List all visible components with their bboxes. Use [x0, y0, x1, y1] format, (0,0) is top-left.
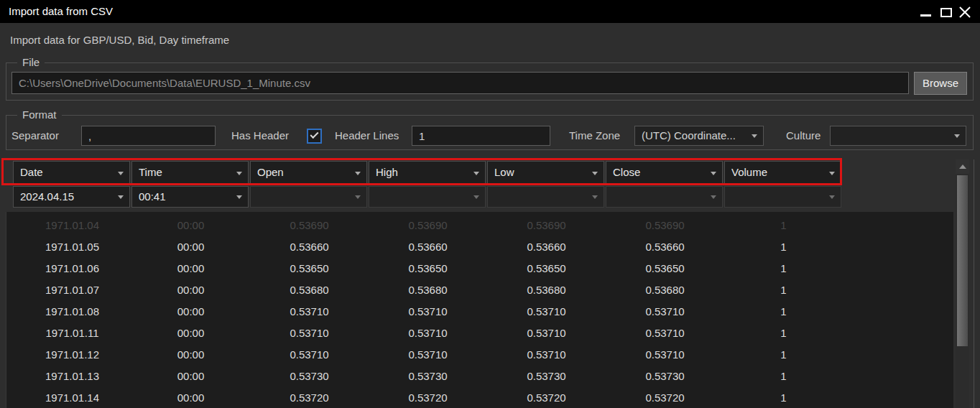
chevron-down-icon	[711, 172, 716, 175]
sample-select-open[interactable]	[250, 186, 367, 208]
table-row: 1971.01.0400:000.536900.536900.536900.53…	[6, 215, 953, 236]
cell-volume: 1	[725, 387, 842, 408]
file-groupbox-legend: File	[17, 56, 45, 68]
sample-select-value	[613, 187, 706, 207]
chevron-down-icon	[355, 172, 361, 175]
cell-date: 1971.01.07	[14, 279, 131, 301]
cell-volume: 1	[725, 236, 842, 258]
column-select-value: High	[376, 162, 469, 184]
sample-select-date[interactable]: 2024.04.15	[13, 186, 130, 208]
sample-select-time[interactable]: 00:41	[131, 186, 249, 208]
cell-volume: 1	[725, 366, 842, 387]
cell-open: 0.53660	[251, 236, 368, 258]
cell-high: 0.53710	[369, 323, 486, 344]
cell-time: 00:00	[132, 236, 249, 258]
culture-value	[837, 126, 950, 145]
culture-label: Culture	[786, 126, 820, 146]
cell-volume: 1	[725, 344, 842, 366]
close-icon	[958, 6, 971, 19]
column-select-value: Open	[257, 162, 351, 184]
sample-select-high[interactable]	[369, 186, 486, 208]
table-row: 1971.01.0800:000.537100.537100.537100.53…	[6, 301, 953, 323]
sample-select-volume[interactable]	[724, 186, 841, 208]
cell-low: 0.53730	[488, 366, 605, 387]
chevron-up-icon	[959, 164, 966, 169]
vertical-scrollbar[interactable]	[956, 159, 969, 408]
cell-close: 0.53710	[606, 323, 724, 344]
cell-date: 1971.01.11	[14, 323, 131, 344]
column-select-high[interactable]: High	[369, 161, 486, 185]
cell-date: 1971.01.06	[14, 258, 131, 279]
cell-date: 1971.01.12	[14, 344, 131, 366]
scroll-up-button[interactable]	[956, 159, 969, 174]
column-select-close[interactable]: Close	[606, 161, 723, 185]
header-lines-input[interactable]	[412, 126, 550, 146]
close-button[interactable]	[956, 0, 974, 22]
cell-volume: 1	[725, 258, 842, 279]
scrollbar-thumb[interactable]	[957, 175, 968, 346]
cell-open: 0.53720	[251, 387, 368, 408]
cell-volume: 1	[725, 279, 842, 301]
culture-select[interactable]	[830, 126, 966, 146]
cell-time: 00:00	[132, 323, 249, 344]
cell-time: 00:00	[132, 279, 249, 301]
import-csv-dialog: Import data from CSV Import data for GBP…	[0, 0, 980, 408]
cell-time: 00:00	[132, 344, 249, 366]
cell-high: 0.53650	[369, 258, 486, 279]
column-select-value: Close	[613, 162, 706, 184]
table-row: 1971.01.1300:000.537300.537300.537300.53…	[6, 366, 953, 387]
cell-open: 0.53680	[251, 279, 368, 301]
cell-high: 0.53680	[369, 279, 486, 301]
header-lines-label: Header Lines	[335, 126, 399, 146]
sample-select-low[interactable]	[487, 186, 604, 208]
column-select-open[interactable]: Open	[250, 161, 367, 185]
chevron-down-icon	[236, 195, 242, 199]
cell-close: 0.53730	[606, 366, 724, 387]
sample-select-close[interactable]	[606, 186, 723, 208]
cell-close: 0.53720	[606, 387, 724, 408]
column-select-value: Time	[139, 162, 232, 184]
sample-select-value: 2024.04.15	[20, 187, 114, 207]
check-icon	[310, 130, 318, 139]
column-select-value: Date	[20, 162, 114, 184]
chevron-down-icon	[592, 172, 598, 175]
cell-open: 0.53710	[251, 344, 368, 366]
separator-input[interactable]	[81, 126, 216, 146]
browse-button[interactable]: Browse	[914, 72, 967, 95]
minimize-button[interactable]	[917, 0, 935, 22]
chevron-down-icon	[118, 195, 124, 199]
cell-close: 0.53690	[606, 215, 724, 236]
time-zone-select[interactable]: (UTC) Coordinate...	[634, 126, 764, 146]
chevron-down-icon	[236, 172, 242, 175]
cell-high: 0.53710	[369, 301, 486, 323]
cell-date: 1971.01.13	[14, 366, 131, 387]
column-select-time[interactable]: Time	[131, 161, 249, 185]
cell-date: 1971.01.14	[14, 387, 131, 408]
has-header-label: Has Header	[231, 126, 289, 146]
chevron-down-icon	[752, 134, 757, 138]
panel-border	[974, 159, 974, 408]
chevron-down-icon	[118, 172, 124, 175]
table-row: 1971.01.0500:000.536600.536600.536600.53…	[6, 236, 953, 258]
time-zone-label: Time Zone	[569, 126, 620, 146]
cell-low: 0.53650	[488, 258, 605, 279]
column-select-volume[interactable]: Volume	[724, 161, 841, 185]
column-select-low[interactable]: Low	[487, 161, 604, 185]
cell-open: 0.53650	[251, 258, 368, 279]
file-path-input[interactable]	[11, 72, 909, 94]
maximize-button[interactable]	[937, 0, 956, 22]
sample-select-value	[731, 187, 825, 207]
format-groupbox-legend: Format	[17, 108, 62, 121]
column-select-date[interactable]: Date	[13, 161, 130, 185]
cell-close: 0.53660	[606, 236, 724, 258]
cell-close: 0.53710	[606, 344, 724, 366]
preview-table: 1971.01.0400:000.536900.536900.536900.53…	[6, 212, 953, 408]
table-row: 1971.01.1200:000.537100.537100.537100.53…	[6, 344, 953, 366]
title-bar: Import data from CSV	[0, 0, 980, 23]
dialog-subtitle: Import data for GBP/USD, Bid, Day timefr…	[10, 34, 229, 46]
cell-low: 0.53680	[488, 279, 605, 301]
sample-select-value: 00:41	[139, 187, 232, 207]
has-header-checkbox[interactable]	[307, 129, 322, 144]
cell-close: 0.53710	[606, 301, 724, 323]
cell-low: 0.53690	[488, 215, 605, 236]
